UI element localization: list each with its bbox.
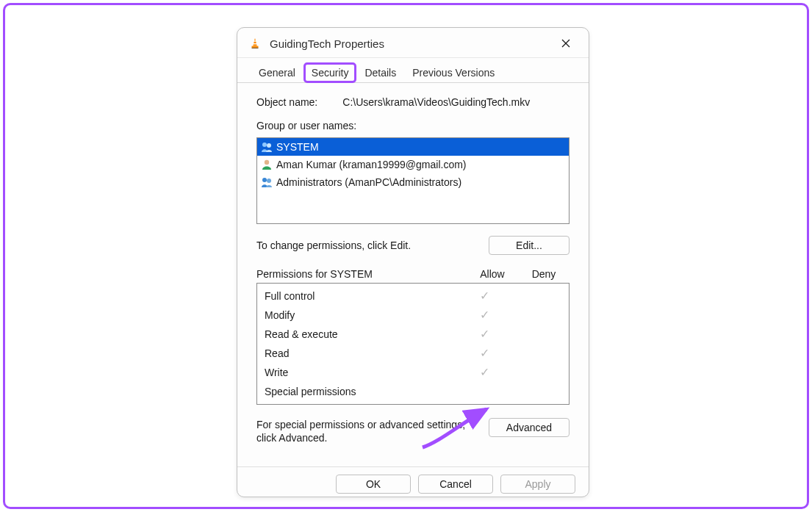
advanced-hint-text: For special permissions or advanced sett… [256, 418, 481, 444]
list-item-label: Aman Kumar (kraman19999@gmail.com) [276, 157, 467, 172]
close-icon [561, 39, 570, 48]
list-item[interactable]: Administrators (AmanPC\Administrators) [257, 173, 569, 191]
object-name-row: Object name: C:\Users\krama\Videos\Guidi… [256, 96, 570, 108]
tab-previous-versions[interactable]: Previous Versions [404, 62, 503, 83]
close-button[interactable] [550, 32, 581, 54]
permission-name: Read [265, 345, 459, 361]
permission-row[interactable]: Special permissions [257, 382, 569, 401]
svg-point-10 [262, 178, 267, 182]
window-title: GuidingTech Properties [270, 37, 550, 50]
permission-name: Read & execute [265, 326, 459, 342]
list-item-label: SYSTEM [276, 140, 319, 154]
advanced-row: For special permissions or advanced sett… [256, 418, 570, 444]
permissions-listbox[interactable]: Full control✓Modify✓Read & execute✓Read✓… [256, 283, 570, 405]
list-item[interactable]: SYSTEM [257, 138, 569, 156]
svg-point-7 [262, 143, 267, 147]
allow-check-icon: ✓ [459, 307, 510, 323]
permissions-header: Permissions for SYSTEM Allow Deny [256, 268, 570, 280]
permission-row[interactable]: Write✓ [257, 363, 569, 382]
ok-button[interactable]: OK [336, 475, 411, 494]
allow-column-header: Allow [467, 268, 518, 280]
footer-separator [237, 466, 589, 467]
list-item[interactable]: Aman Kumar (kraman19999@gmail.com) [257, 156, 569, 173]
object-name-value: C:\Users\krama\Videos\GuidingTech.mkv [342, 96, 530, 108]
apply-button[interactable]: Apply [500, 475, 575, 494]
permission-row[interactable]: Modify✓ [257, 306, 569, 325]
edit-hint-text: To change permissions, click Edit. [256, 239, 489, 251]
tab-strip: General Security Details Previous Versio… [237, 58, 589, 83]
list-item-label: Administrators (AmanPC\Administrators) [276, 175, 461, 190]
user-icon [260, 159, 273, 170]
security-panel: Object name: C:\Users\krama\Videos\Guidi… [237, 82, 589, 458]
permission-name: Full control [265, 288, 459, 304]
svg-rect-2 [254, 43, 257, 44]
svg-point-8 [267, 143, 271, 148]
dialog-footer: OK Cancel Apply [237, 475, 589, 497]
group-user-names-label: Group or user names: [256, 120, 570, 131]
object-name-label: Object name: [256, 96, 317, 108]
users-group-icon [260, 176, 273, 188]
allow-check-icon: ✓ [459, 326, 510, 342]
svg-rect-4 [252, 48, 259, 48]
permission-row[interactable]: Read✓ [257, 344, 569, 363]
advanced-button[interactable]: Advanced [489, 418, 570, 437]
user-listbox[interactable]: SYSTEMAman Kumar (kraman19999@gmail.com)… [256, 137, 570, 224]
svg-point-9 [265, 160, 269, 165]
svg-rect-3 [252, 46, 259, 48]
edit-button[interactable]: Edit... [489, 236, 570, 255]
vlc-cone-icon [248, 36, 262, 51]
permission-name: Modify [265, 307, 459, 323]
tab-details[interactable]: Details [356, 62, 404, 83]
permissions-title: Permissions for SYSTEM [256, 268, 467, 280]
titlebar: GuidingTech Properties [237, 28, 589, 58]
permission-name: Special permissions [265, 383, 459, 400]
permission-row[interactable]: Read & execute✓ [257, 325, 569, 344]
permission-name: Write [265, 364, 459, 381]
allow-check-icon: ✓ [459, 288, 510, 304]
tab-general[interactable]: General [251, 62, 303, 83]
allow-check-icon: ✓ [459, 364, 510, 381]
edit-row: To change permissions, click Edit. Edit.… [256, 236, 570, 255]
properties-dialog: GuidingTech Properties General Security … [237, 27, 589, 497]
svg-rect-1 [254, 40, 256, 41]
screenshot-frame: GuidingTech Properties General Security … [3, 3, 809, 509]
deny-column-header: Deny [518, 268, 570, 280]
permission-row[interactable]: Full control✓ [257, 286, 569, 306]
allow-check-icon: ✓ [459, 345, 510, 361]
cancel-button[interactable]: Cancel [418, 475, 493, 494]
users-group-icon [260, 141, 273, 153]
svg-marker-0 [253, 38, 256, 46]
svg-point-11 [267, 179, 271, 183]
tab-security[interactable]: Security [303, 62, 357, 83]
